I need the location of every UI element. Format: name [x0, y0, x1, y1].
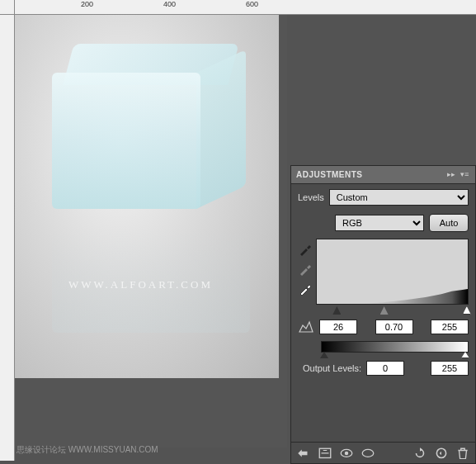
- visibility-icon[interactable]: [339, 447, 354, 460]
- ruler-vertical[interactable]: [0, 15, 15, 461]
- input-black-field[interactable]: [319, 320, 357, 334]
- output-levels-label: Output Levels:: [298, 363, 361, 373]
- ruler-horizontal[interactable]: 200 400 600: [15, 0, 476, 15]
- reset-icon[interactable]: [412, 447, 427, 460]
- histogram-data: [362, 289, 468, 304]
- input-gamma-field[interactable]: [375, 320, 413, 334]
- ruler-mark: 200: [81, 0, 93, 8]
- eyedropper-white-icon[interactable]: [298, 282, 313, 296]
- black-point-handle[interactable]: [332, 306, 341, 315]
- ruler-corner: [0, 0, 15, 15]
- output-gradient[interactable]: [321, 341, 469, 353]
- canvas[interactable]: WWW.ALFOART.COM: [15, 15, 287, 447]
- svg-point-3: [362, 449, 374, 457]
- levels-label: Levels: [298, 192, 324, 202]
- output-white-handle[interactable]: [461, 352, 469, 358]
- panel-header[interactable]: ADJUSTMENTS ▸▸ ▾≡: [291, 166, 475, 184]
- trash-icon[interactable]: [455, 447, 470, 460]
- output-black-field[interactable]: [366, 361, 404, 376]
- panel-footer: [291, 442, 475, 463]
- white-point-handle[interactable]: [463, 306, 471, 315]
- collapse-icon[interactable]: ▸▸: [447, 170, 457, 180]
- canvas-content: WWW.ALFOART.COM: [15, 15, 279, 378]
- footer-credit: 思缘设计论坛 WWW.MISSYUAN.COM: [16, 444, 158, 456]
- input-slider-track[interactable]: [321, 306, 469, 315]
- ruler-mark: 400: [163, 0, 176, 8]
- ice-reflection: [52, 217, 250, 333]
- expand-icon[interactable]: [318, 447, 332, 460]
- channel-select[interactable]: RGB: [335, 215, 424, 231]
- eyedropper-gray-icon[interactable]: [298, 262, 313, 277]
- view-previous-icon[interactable]: [361, 447, 375, 460]
- panel-title: ADJUSTMENTS: [296, 170, 363, 179]
- menu-icon[interactable]: ▾≡: [460, 170, 470, 180]
- output-white-field[interactable]: [431, 361, 469, 376]
- watermark-text: WWW.ALFOART.COM: [68, 278, 213, 291]
- svg-point-2: [345, 451, 349, 455]
- preset-select[interactable]: Custom: [329, 189, 469, 206]
- ruler-mark: 600: [246, 0, 258, 8]
- levels-icon: [298, 320, 314, 334]
- reset-default-icon[interactable]: [434, 447, 449, 460]
- eyedropper-black-icon[interactable]: [298, 242, 313, 257]
- input-white-field[interactable]: [431, 320, 469, 334]
- output-black-handle[interactable]: [320, 352, 328, 358]
- midpoint-handle[interactable]: [380, 306, 389, 315]
- ice-cube-image: [52, 44, 250, 217]
- adjustments-panel: ADJUSTMENTS ▸▸ ▾≡ Levels Custom RGB Auto: [290, 165, 476, 464]
- histogram[interactable]: [316, 239, 469, 305]
- auto-button[interactable]: Auto: [429, 214, 469, 232]
- return-icon[interactable]: [296, 447, 311, 460]
